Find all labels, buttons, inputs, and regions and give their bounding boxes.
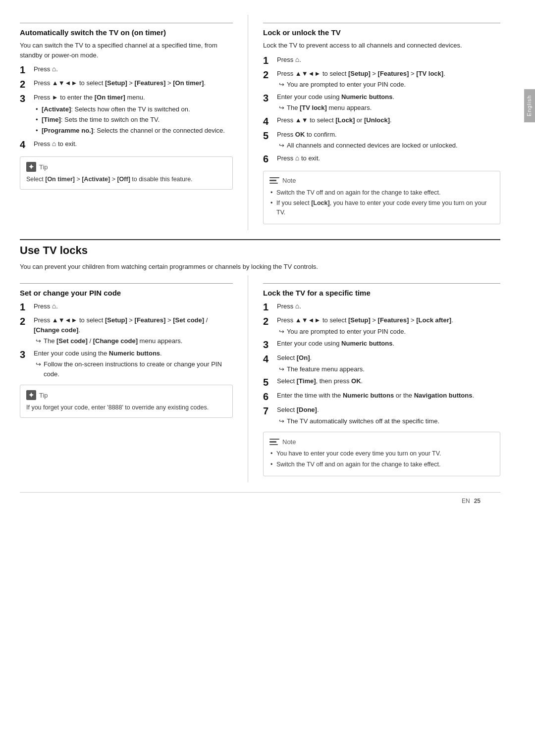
note-line-1 xyxy=(269,177,279,179)
divider-4 xyxy=(263,283,500,284)
lt-step-5: 5 Select [Time], then press OK. xyxy=(263,376,500,388)
auto-switch-body: You can switch the TV to a specified cha… xyxy=(20,41,233,60)
col-right-top: Lock or unlock the TV Lock the TV to pre… xyxy=(248,15,500,230)
note-box-lock: Note Switch the TV off and on again for … xyxy=(263,171,500,224)
use-tv-locks-title: Use TV locks xyxy=(20,239,500,257)
pin-step-3: 3 Enter your code using the Numeric butt… xyxy=(20,349,233,379)
lock-unlock-title: Lock or unlock the TV xyxy=(263,28,500,37)
note-list-locktime: You have to enter your code every time y… xyxy=(269,449,494,469)
note-content-lock: Switch the TV off and on again for the c… xyxy=(269,188,494,217)
note-item-2: If you select [Lock], you have to enter … xyxy=(269,199,494,217)
page: English Automatically switch the TV on (… xyxy=(0,0,535,756)
note-header-lock: Note xyxy=(269,176,494,185)
main-content: Automatically switch the TV on (on timer… xyxy=(20,15,515,504)
lt-step-6: 6 Enter the time with the Numeric button… xyxy=(263,391,500,403)
arrow-lu2: ↪ You are prompted to enter your PIN cod… xyxy=(277,80,500,90)
sub-item-2: [Time]: Sets the time to switch on the T… xyxy=(34,115,233,125)
lt-step-7: 7 Select [Done]. ↪ The TV automatically … xyxy=(263,405,500,426)
home-icon-4 xyxy=(52,140,56,148)
tip-label-pin: Tip xyxy=(39,392,48,399)
note-header-locktime: Note xyxy=(269,437,494,446)
tip-content-timer: Select [On timer] > [Activate] > [Off] t… xyxy=(26,175,226,184)
sub-item-3: [Programme no.]: Selects the channel or … xyxy=(34,126,233,136)
lock-unlock-steps: 1 Press . 2 Press ▲▼◄► to select [Setup]… xyxy=(263,54,500,165)
arrow-lt4: ↪ The feature menu appears. xyxy=(277,364,500,374)
sub-item-1: [Activate]: Selects how often the TV is … xyxy=(34,104,233,114)
home-icon-1 xyxy=(52,65,56,73)
divider-2 xyxy=(263,23,500,23)
en-label: EN xyxy=(462,498,470,504)
divider-1 xyxy=(20,23,233,23)
tip-label-timer: Tip xyxy=(39,163,48,171)
step-4: 4 Press to exit. xyxy=(20,139,233,151)
home-icon-pin1 xyxy=(52,302,56,310)
footer: EN 25 xyxy=(20,492,500,504)
top-section: Automatically switch the TV on (on timer… xyxy=(20,15,500,230)
pin-step-2: 2 Press ▲▼◄► to select [Setup] > [Featur… xyxy=(20,315,233,346)
note-line-a xyxy=(269,439,279,440)
home-icon-lu1 xyxy=(295,56,299,63)
use-tv-locks-body: You can prevent your children from watch… xyxy=(20,262,500,272)
step-1: 1 Press . xyxy=(20,64,233,76)
tip-header-pin: ✦ Tip xyxy=(26,390,226,400)
note-list-lock: Switch the TV off and on again for the c… xyxy=(269,188,494,217)
tip-header-timer: ✦ Tip xyxy=(26,162,226,172)
pin-step-1: 1 Press . xyxy=(20,301,233,313)
page-number: 25 xyxy=(474,498,481,504)
lu-step-6: 6 Press to exit. xyxy=(263,153,500,165)
tip-star-icon: ✦ xyxy=(26,162,36,172)
tip-box-pin: ✦ Tip If you forget your code, enter '88… xyxy=(20,385,233,418)
lock-unlock-body: Lock the TV to prevent access to all cha… xyxy=(263,41,500,50)
tip-box-timer: ✦ Tip Select [On timer] > [Activate] > [… xyxy=(20,156,233,190)
lu-step-4: 4 Press ▲▼ to select [Lock] or [Unlock]. xyxy=(263,115,500,127)
note-line-2 xyxy=(269,180,276,181)
use-tv-locks-section: Use TV locks You can prevent your childr… xyxy=(20,239,500,272)
sidebar-tab: English xyxy=(524,89,535,122)
note-label-lock: Note xyxy=(282,177,296,184)
arrow-lt7: ↪ The TV automatically switches off at t… xyxy=(277,416,500,426)
col-right-bottom: Lock the TV for a specific time 1 Press … xyxy=(248,275,500,482)
note-lines-icon-2 xyxy=(269,437,279,446)
arrow-lu5: ↪ All channels and connected devices are… xyxy=(277,141,500,151)
arrow-lu3: ↪ The [TV lock] menu appears. xyxy=(277,103,500,113)
auto-switch-steps: 1 Press . 2 Press ▲▼◄► to select [Setup]… xyxy=(20,64,233,151)
tip-content-pin: If you forget your code, enter '8888' to… xyxy=(26,403,226,412)
note-box-locktime: Note You have to enter your code every t… xyxy=(263,432,500,476)
lt-step-2: 2 Press ▲▼◄► to select [Setup] > [Featur… xyxy=(263,315,500,336)
note-locktime-2: Switch the TV off and on again for the c… xyxy=(269,460,494,469)
sub-list-step3: [Activate]: Selects how often the TV is … xyxy=(34,104,233,136)
arrow-pin2: ↪ The [Set code] / [Change code] menu ap… xyxy=(34,336,233,346)
lt-step-1: 1 Press . xyxy=(263,301,500,313)
set-pin-steps: 1 Press . 2 Press ▲▼◄► to select [Setup]… xyxy=(20,301,233,379)
col-left-top: Automatically switch the TV on (on timer… xyxy=(20,15,248,230)
lu-step-3: 3 Enter your code using Numeric buttons.… xyxy=(263,92,500,113)
arrow-pin3: ↪ Follow the on-screen instructions to c… xyxy=(34,359,233,379)
arrow-lt2: ↪ You are prompted to enter your PIN cod… xyxy=(277,327,500,337)
sidebar-label: English xyxy=(526,95,532,116)
set-pin-title: Set or change your PIN code xyxy=(20,289,233,297)
col-left-bottom: Set or change your PIN code 1 Press . 2 … xyxy=(20,275,248,482)
note-item-1: Switch the TV off and on again for the c… xyxy=(269,188,494,198)
step-3: 3 Press ► to enter the [On timer] menu. … xyxy=(20,93,233,136)
lu-step-2: 2 Press ▲▼◄► to select [Setup] > [Featur… xyxy=(263,69,500,90)
home-icon-lt1 xyxy=(295,302,299,310)
note-lines-icon xyxy=(269,176,279,185)
note-line-b xyxy=(269,441,276,443)
note-locktime-1: You have to enter your code every time y… xyxy=(269,449,494,458)
lt-step-3: 3 Enter your code using Numeric buttons. xyxy=(263,339,500,351)
note-label-locktime: Note xyxy=(282,438,296,446)
note-line-3 xyxy=(269,183,278,184)
bottom-section: Set or change your PIN code 1 Press . 2 … xyxy=(20,275,500,482)
note-line-c xyxy=(269,444,278,446)
home-icon-lu6 xyxy=(295,154,299,162)
step-2: 2 Press ▲▼◄► to select [Setup] > [Featur… xyxy=(20,78,233,90)
lu-step-5: 5 Press OK to confirm. ↪ All channels an… xyxy=(263,130,500,151)
auto-switch-title: Automatically switch the TV on (on timer… xyxy=(20,28,233,37)
note-content-locktime: You have to enter your code every time y… xyxy=(269,449,494,469)
lock-time-steps: 1 Press . 2 Press ▲▼◄► to select [Setup]… xyxy=(263,301,500,426)
lu-step-1: 1 Press . xyxy=(263,54,500,66)
lock-time-title: Lock the TV for a specific time xyxy=(263,289,500,297)
divider-3 xyxy=(20,283,233,284)
lt-step-4: 4 Select [On]. ↪ The feature menu appear… xyxy=(263,353,500,374)
tip-star-icon-pin: ✦ xyxy=(26,390,36,400)
